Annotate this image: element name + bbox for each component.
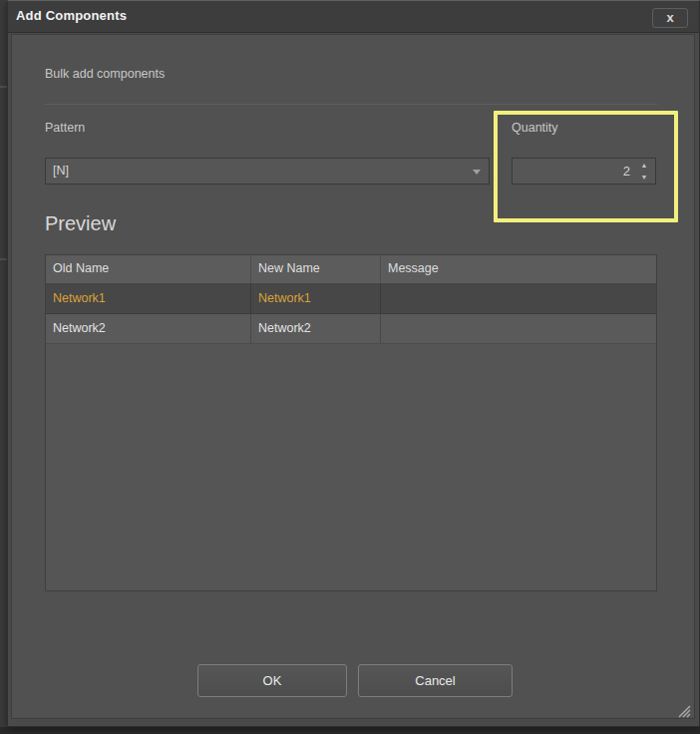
background-app-edge bbox=[0, 727, 700, 734]
cell-message bbox=[381, 284, 656, 313]
column-header-old-name[interactable]: Old Name bbox=[46, 255, 251, 283]
close-icon: x bbox=[653, 9, 687, 26]
preview-heading: Preview bbox=[45, 212, 116, 235]
cancel-button[interactable]: Cancel bbox=[358, 664, 513, 697]
table-row[interactable]: Network1 Network1 bbox=[46, 284, 656, 314]
quantity-input[interactable] bbox=[513, 159, 630, 184]
resize-grip-icon[interactable] bbox=[674, 701, 692, 719]
pattern-label: Pattern bbox=[45, 121, 85, 135]
chevron-down-icon bbox=[473, 170, 481, 175]
quantity-stepper: ▲ ▼ bbox=[512, 158, 656, 184]
pattern-value: [N] bbox=[53, 164, 69, 178]
quantity-decrement-button[interactable]: ▼ bbox=[636, 172, 652, 184]
section-divider bbox=[45, 104, 657, 105]
cell-new-name: Network2 bbox=[251, 314, 381, 343]
spin-buttons: ▲ ▼ bbox=[636, 159, 652, 184]
column-header-message[interactable]: Message bbox=[381, 255, 656, 283]
dialog-titlebar[interactable]: Add Components x bbox=[8, 1, 699, 33]
background-app-edge bbox=[0, 258, 7, 260]
quantity-increment-button[interactable]: ▲ bbox=[636, 160, 652, 172]
preview-table: Old Name New Name Message Network1 Netwo… bbox=[45, 254, 657, 591]
bulk-add-description: Bulk add components bbox=[45, 67, 165, 81]
ok-button[interactable]: OK bbox=[197, 664, 347, 697]
cell-message bbox=[381, 314, 656, 343]
close-button[interactable]: x bbox=[652, 8, 688, 28]
table-row[interactable]: Network2 Network2 bbox=[46, 314, 656, 344]
dialog-title: Add Components bbox=[16, 8, 127, 23]
background-app-edge bbox=[0, 86, 7, 88]
column-header-new-name[interactable]: New Name bbox=[251, 255, 381, 283]
cell-old-name: Network2 bbox=[46, 314, 251, 343]
cell-new-name: Network1 bbox=[251, 284, 381, 313]
quantity-label: Quantity bbox=[512, 121, 558, 135]
add-components-dialog: Add Components x Bulk add components Pat… bbox=[7, 0, 700, 727]
cell-old-name: Network1 bbox=[46, 284, 251, 313]
pattern-select[interactable]: [N] bbox=[45, 158, 490, 184]
preview-table-header: Old Name New Name Message bbox=[46, 255, 656, 284]
